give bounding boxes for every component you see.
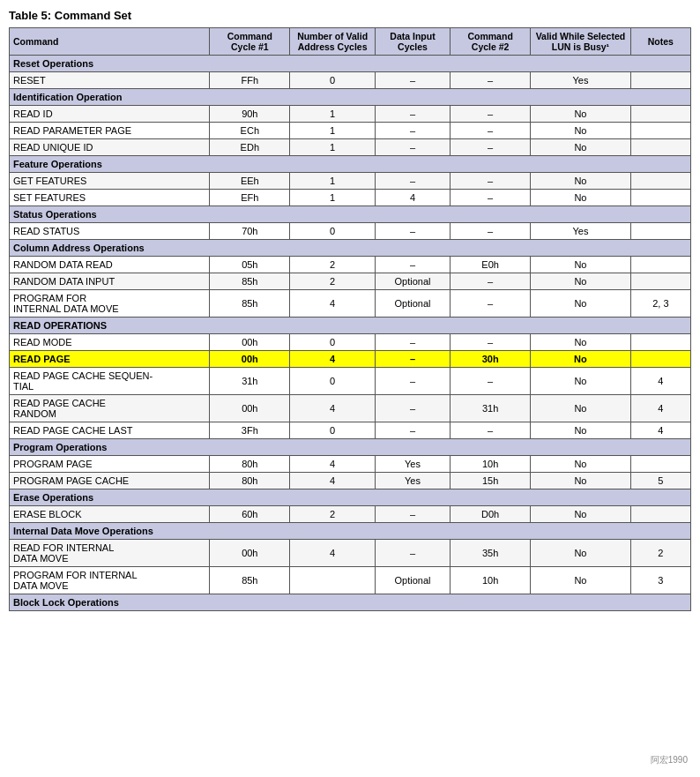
table-row: READ MODE00h0––No: [10, 334, 691, 351]
table-cell: READ FOR INTERNAL DATA MOVE: [10, 540, 210, 567]
table-cell: –: [375, 123, 450, 139]
table-cell: 00h: [210, 334, 290, 351]
table-cell: Optional: [375, 273, 450, 290]
table-cell: 35h: [451, 540, 531, 567]
table-cell: –: [451, 190, 531, 206]
table-cell: No: [531, 473, 631, 489]
section-header: Block Lock Operations: [10, 594, 691, 611]
table-cell: ERASE BLOCK: [10, 506, 210, 523]
table-row: READ UNIQUE IDEDh1––No: [10, 139, 691, 156]
table-cell: –: [451, 123, 531, 139]
table-cell: No: [531, 334, 631, 351]
section-header: Identification Operation: [10, 89, 691, 106]
table-cell: RESET: [10, 72, 210, 89]
table-cell: PROGRAM FOR INTERNAL DATA MOVE: [10, 567, 210, 594]
table-cell: 4: [290, 473, 376, 489]
table-cell: READ STATUS: [10, 223, 210, 240]
table-cell: READ PAGE CACHE SEQUEN- TIAL: [10, 368, 210, 395]
table-cell: 10h: [451, 456, 531, 473]
table-cell: 4: [290, 456, 376, 473]
table-cell: No: [531, 506, 631, 523]
table-cell: READ MODE: [10, 334, 210, 351]
table-cell: No: [531, 257, 631, 273]
table-cell: 4: [375, 190, 450, 206]
table-cell: 15h: [451, 473, 531, 489]
header-command: Command: [10, 28, 210, 56]
table-cell: –: [375, 139, 450, 156]
table-row: READ STATUS70h0––Yes: [10, 223, 691, 240]
table-cell: 0: [290, 334, 376, 351]
table-cell: 1: [290, 106, 376, 123]
table-cell: 4: [630, 422, 690, 439]
table-cell: No: [531, 395, 631, 422]
table-cell: Optional: [375, 567, 450, 594]
table-cell: EFh: [210, 190, 290, 206]
table-cell: 0: [290, 368, 376, 395]
table-cell: No: [531, 368, 631, 395]
table-cell: –: [375, 506, 450, 523]
table-cell: 00h: [210, 540, 290, 567]
table-cell: [630, 506, 690, 523]
table-cell: 0: [290, 422, 376, 439]
table-cell: No: [531, 123, 631, 139]
table-cell: [630, 106, 690, 123]
header-num-address: Number of Valid Address Cycles: [290, 28, 376, 56]
table-cell: [630, 257, 690, 273]
table-cell: 05h: [210, 257, 290, 273]
table-cell: 4: [290, 290, 376, 318]
table-cell: –: [375, 351, 450, 368]
table-cell: 4: [630, 395, 690, 422]
table-cell: [290, 567, 376, 594]
table-cell: 31h: [210, 368, 290, 395]
table-cell: –: [451, 422, 531, 439]
table-row: PROGRAM PAGE CACHE80h4Yes15hNo5: [10, 473, 691, 489]
header-cycle1: Command Cycle #1: [210, 28, 290, 56]
table-cell: EEh: [210, 173, 290, 190]
table-cell: No: [531, 567, 631, 594]
table-cell: No: [531, 290, 631, 318]
table-cell: –: [375, 257, 450, 273]
table-cell: 4: [290, 540, 376, 567]
table-cell: 80h: [210, 456, 290, 473]
table-cell: 4: [290, 395, 376, 422]
table-cell: –: [451, 139, 531, 156]
section-header: Internal Data Move Operations: [10, 523, 691, 540]
table-cell: 70h: [210, 223, 290, 240]
table-cell: –: [375, 540, 450, 567]
table-cell: –: [451, 290, 531, 318]
table-cell: No: [531, 456, 631, 473]
table-cell: ECh: [210, 123, 290, 139]
table-row: READ FOR INTERNAL DATA MOVE00h4–35hNo2: [10, 540, 691, 567]
table-cell: D0h: [451, 506, 531, 523]
section-header: Status Operations: [10, 206, 691, 223]
table-cell: FFh: [210, 72, 290, 89]
table-cell: –: [451, 334, 531, 351]
section-header: Program Operations: [10, 439, 691, 456]
table-cell: [630, 223, 690, 240]
table-cell: 00h: [210, 395, 290, 422]
table-cell: EDh: [210, 139, 290, 156]
table-cell: –: [375, 106, 450, 123]
table-row: PROGRAM FOR INTERNAL DATA MOVE85hOptiona…: [10, 567, 691, 594]
table-cell: Yes: [375, 456, 450, 473]
table-cell: 90h: [210, 106, 290, 123]
table-cell: PROGRAM FOR INTERNAL DATA MOVE: [10, 290, 210, 318]
table-cell: 4: [630, 368, 690, 395]
table-cell: No: [531, 422, 631, 439]
table-cell: 00h: [210, 351, 290, 368]
table-cell: 85h: [210, 567, 290, 594]
header-data-input: Data Input Cycles: [375, 28, 450, 56]
table-row: PROGRAM FOR INTERNAL DATA MOVE85h4Option…: [10, 290, 691, 318]
table-cell: –: [375, 223, 450, 240]
table-row: RESETFFh0––Yes: [10, 72, 691, 89]
table-cell: Yes: [531, 72, 631, 89]
table-cell: 3Fh: [210, 422, 290, 439]
table-cell: [630, 190, 690, 206]
table-cell: PROGRAM PAGE CACHE: [10, 473, 210, 489]
table-cell: –: [375, 334, 450, 351]
table-cell: –: [451, 223, 531, 240]
table-title: Table 5: Command Set: [9, 9, 691, 22]
table-cell: –: [375, 72, 450, 89]
table-cell: –: [375, 173, 450, 190]
table-cell: [630, 139, 690, 156]
